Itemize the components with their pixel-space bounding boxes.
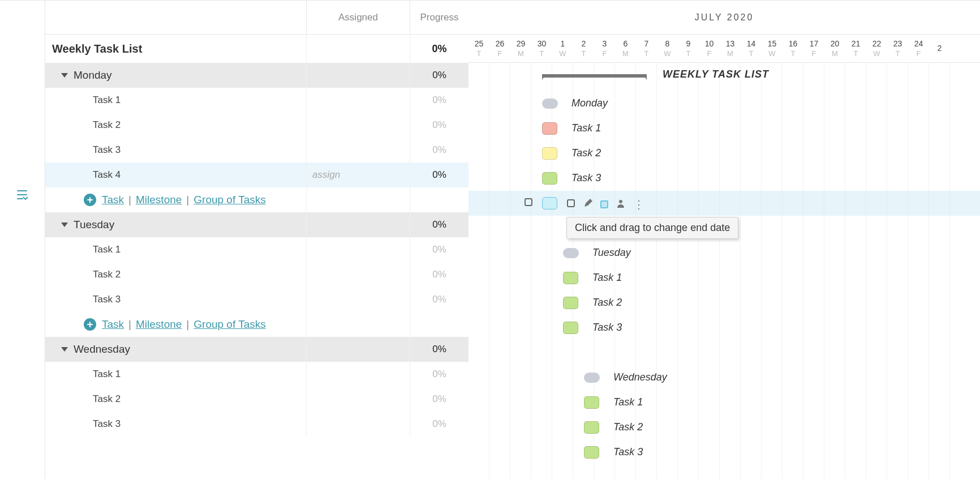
group-pill[interactable] (584, 373, 600, 383)
timeline-day-col[interactable]: 25T (468, 35, 489, 62)
group-row-tuesday[interactable]: Tuesday (45, 212, 306, 237)
timeline-day-col[interactable]: 17F (803, 35, 824, 62)
timeline-day-col[interactable]: 10F (699, 35, 720, 62)
task-progress: 0% (410, 362, 468, 387)
assign-cell[interactable] (306, 362, 410, 387)
timeline-day-col[interactable]: 24F (908, 35, 929, 62)
timeline-day-col[interactable]: 2 (929, 35, 950, 62)
task-bar-label: Task 3 (592, 322, 622, 333)
assign-cell[interactable]: assign (306, 162, 410, 187)
timeline-day-col[interactable]: 23T (887, 35, 908, 62)
task-bar[interactable] (542, 197, 557, 209)
chevron-down-icon[interactable] (61, 347, 68, 352)
plus-icon[interactable]: + (84, 318, 96, 331)
timeline-day-col[interactable]: 15W (762, 35, 783, 62)
assign-cell[interactable] (306, 262, 410, 287)
timeline-day-col[interactable]: 14T (741, 35, 762, 62)
plus-icon[interactable]: + (84, 194, 96, 206)
more-icon[interactable]: ⋮ (633, 198, 643, 211)
assignee-icon[interactable] (616, 199, 625, 211)
timeline-day-col[interactable]: 9T (678, 35, 699, 62)
task-row[interactable]: Task 4 (45, 162, 306, 187)
timeline-day-col[interactable]: 6M (615, 35, 636, 62)
timeline-day-col[interactable]: 30T (531, 35, 552, 62)
task-bar-label: Task 1 (592, 272, 622, 284)
timeline-day-col[interactable]: 13M (720, 35, 741, 62)
timeline-day-col[interactable]: 3F (594, 35, 615, 62)
task-bar[interactable] (563, 272, 578, 284)
color-icon[interactable] (600, 200, 608, 208)
group-pill[interactable] (542, 99, 558, 109)
task-progress: 0% (410, 138, 468, 162)
timeline-day-col[interactable]: 16T (783, 35, 803, 62)
add-group-link[interactable]: Group of Tasks (194, 318, 265, 331)
add-group-link[interactable]: Group of Tasks (194, 194, 265, 206)
task-progress: 0% (410, 287, 468, 312)
task-bar[interactable] (584, 446, 599, 459)
group-row-monday[interactable]: Monday (45, 63, 306, 88)
timeline-day-col[interactable]: 22W (866, 35, 887, 62)
edit-icon[interactable] (583, 199, 592, 211)
task-row[interactable]: Task 3 (45, 287, 306, 312)
project-summary-bar[interactable] (542, 74, 647, 78)
bar-start-handle-icon[interactable] (524, 198, 533, 207)
assign-cell[interactable] (306, 237, 410, 262)
task-row[interactable]: Task 2 (45, 113, 306, 138)
bar-end-handle-icon[interactable] (566, 199, 575, 211)
project-title[interactable]: Weekly Task List (45, 35, 306, 63)
task-progress: 0% (410, 162, 468, 187)
task-bar[interactable] (563, 322, 578, 334)
add-task-link[interactable]: Task (102, 318, 124, 331)
add-milestone-link[interactable]: Milestone (136, 318, 182, 331)
progress-column-header[interactable]: Progress (410, 1, 468, 34)
chevron-down-icon[interactable] (61, 73, 68, 78)
timeline-panel: JULY 2020 25T26F29M30T1W2T3F6M7T8W9T10F1… (468, 1, 980, 479)
task-bar[interactable] (563, 297, 578, 309)
project-summary-label: WEEKLY TASK LIST (663, 69, 769, 80)
drag-tooltip: Click and drag to change end date (566, 217, 738, 239)
row-menu-icon[interactable] (0, 190, 45, 200)
task-row[interactable]: Task 1 (45, 88, 306, 113)
task-progress: 0% (410, 262, 468, 287)
task-row[interactable]: Task 2 (45, 262, 306, 287)
timeline-day-col[interactable]: 29M (510, 35, 531, 62)
task-bar[interactable] (542, 172, 557, 185)
group-bar-label: Tuesday (592, 247, 631, 259)
task-row[interactable]: Task 1 (45, 237, 306, 262)
task-row[interactable]: Task 1 (45, 362, 306, 387)
project-progress: 0% (410, 35, 468, 63)
task-bar[interactable] (542, 122, 557, 135)
task-bar-label: Task 2 (592, 297, 622, 309)
group-row-wednesday[interactable]: Wednesday (45, 337, 306, 362)
timeline-day-col[interactable]: 26F (489, 35, 510, 62)
timeline-month-label: JULY 2020 (468, 1, 980, 35)
timeline-day-col[interactable]: 20M (824, 35, 845, 62)
assign-cell[interactable] (306, 412, 410, 437)
task-row[interactable]: Task 3 (45, 412, 306, 437)
group-bar-label: Monday (571, 97, 608, 109)
task-row[interactable]: Task 3 (45, 138, 306, 162)
task-bar[interactable] (584, 396, 599, 409)
timeline-day-col[interactable]: 8W (657, 35, 678, 62)
assign-cell[interactable] (306, 138, 410, 162)
timeline-day-col[interactable]: 2T (573, 35, 594, 62)
timeline-day-col[interactable]: 21T (845, 35, 866, 62)
assigned-column-header[interactable]: Assigned (306, 1, 410, 34)
group-pill[interactable] (563, 248, 579, 258)
assign-cell[interactable] (306, 387, 410, 412)
svg-rect-1 (568, 200, 574, 207)
chevron-down-icon[interactable] (61, 223, 68, 227)
task-bar[interactable] (542, 147, 557, 160)
timeline-day-col[interactable]: 1W (552, 35, 573, 62)
assign-cell[interactable] (306, 88, 410, 113)
assign-cell[interactable] (306, 287, 410, 312)
task-progress: 0% (410, 113, 468, 138)
timeline-date-header: 25T26F29M30T1W2T3F6M7T8W9T10F13M14T15W16… (468, 35, 980, 63)
add-task-link[interactable]: Task (102, 194, 124, 206)
timeline-day-col[interactable]: 7T (636, 35, 657, 62)
assign-cell[interactable] (306, 113, 410, 138)
task-list-panel: Assigned Progress Weekly Task List 0% Mo… (45, 1, 468, 479)
task-bar[interactable] (584, 421, 599, 434)
add-milestone-link[interactable]: Milestone (136, 194, 182, 206)
task-row[interactable]: Task 2 (45, 387, 306, 412)
